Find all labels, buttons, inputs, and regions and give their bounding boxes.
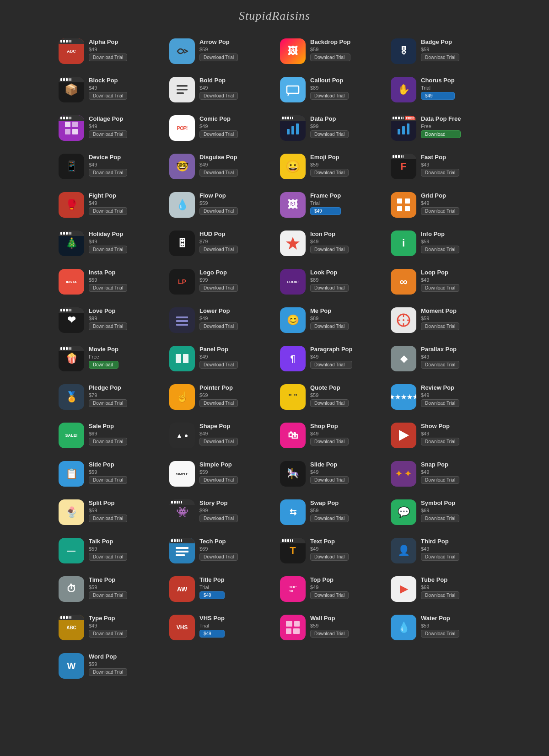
app-info-swap-pop: Swap Pop $59 Download Trial	[310, 499, 349, 522]
app-icon-show-pop	[391, 423, 416, 448]
download-trial-button[interactable]: Download Trial	[310, 591, 349, 599]
download-trial-button[interactable]: Download Trial	[310, 438, 349, 445]
download-trial-button[interactable]: Download Trial	[310, 322, 349, 330]
download-trial-button[interactable]: Download Trial	[89, 322, 127, 330]
download-trial-button[interactable]: Download Trial	[89, 476, 127, 484]
list-item: ✋ Chorus Pop Trial $49	[387, 72, 494, 107]
download-trial-button[interactable]: Download Trial	[89, 399, 127, 407]
list-item: 🖼 Frame Pop Trial $49	[276, 188, 383, 222]
download-trial-button[interactable]: Download Trial	[89, 207, 127, 215]
app-price: $59	[310, 162, 349, 167]
download-trial-button[interactable]: Download Trial	[89, 668, 127, 676]
app-icon-word-pop: W	[59, 653, 84, 679]
download-trial-button[interactable]: Download Trial	[310, 92, 349, 100]
download-trial-button[interactable]: Download Trial	[421, 54, 459, 61]
app-price: $49	[89, 623, 127, 628]
download-trial-button[interactable]: Download Trial	[421, 476, 459, 484]
svg-rect-8	[72, 129, 78, 134]
download-trial-button[interactable]: Download Trial	[310, 553, 349, 561]
download-trial-button[interactable]: Download Trial	[199, 54, 238, 61]
svg-rect-1	[177, 89, 188, 91]
app-price: $49	[89, 123, 127, 129]
download-trial-button[interactable]: Download Trial	[199, 438, 238, 445]
download-trial-button[interactable]: Download Trial	[199, 553, 238, 561]
app-info-icon-pop: Icon Pop $49 Download Trial	[310, 231, 349, 253]
download-trial-button[interactable]: Download Trial	[421, 591, 459, 599]
download-trial-button[interactable]: Download Trial	[199, 92, 238, 100]
download-trial-button[interactable]: Download Trial	[310, 284, 349, 292]
download-trial-button[interactable]: Download Trial	[89, 630, 127, 638]
app-info-callout-pop: Callout Pop $89 Download Trial	[310, 77, 349, 100]
app-icon-panel-pop	[169, 346, 195, 371]
download-trial-button[interactable]: Download Trial	[421, 515, 459, 522]
download-button[interactable]: Download	[421, 130, 461, 138]
buy-button[interactable]: $49	[421, 92, 455, 100]
download-button[interactable]: Download	[89, 361, 118, 369]
download-trial-button[interactable]: Download Trial	[310, 476, 349, 484]
app-info-talk-pop: Talk Pop $59 Download Trial	[89, 538, 127, 561]
download-trial-button[interactable]: Download Trial	[310, 54, 350, 61]
app-name: Flow Pop	[199, 192, 238, 199]
download-trial-button[interactable]: Download Trial	[310, 361, 352, 369]
app-price: $49	[421, 354, 459, 359]
download-trial-button[interactable]: Download Trial	[199, 399, 238, 407]
download-trial-button[interactable]: Download Trial	[421, 361, 459, 369]
app-icon-side-pop: 📋	[59, 461, 84, 487]
app-info-badge-pop: Badge Pop $59 Download Trial	[421, 38, 459, 61]
download-trial-button[interactable]: Download Trial	[199, 476, 238, 484]
app-name: Simple Pop	[199, 461, 238, 468]
download-trial-button[interactable]: Download Trial	[421, 630, 459, 638]
download-trial-button[interactable]: Download Trial	[199, 284, 238, 292]
download-trial-button[interactable]: Download Trial	[89, 515, 127, 522]
download-trial-button[interactable]: Download Trial	[310, 169, 349, 177]
download-trial-button[interactable]: Download Trial	[89, 54, 127, 61]
download-trial-button[interactable]: Download Trial	[310, 246, 349, 253]
download-trial-button[interactable]: Download Trial	[421, 438, 459, 445]
download-trial-button[interactable]: Download Trial	[310, 399, 349, 407]
download-trial-button[interactable]: Download Trial	[421, 322, 459, 330]
buy-button[interactable]: $49	[310, 207, 341, 215]
list-item: 🥊 Fight Pop $49 Download Trial	[55, 188, 162, 222]
list-item: 🖼 Backdrop Pop $59 Download Trial	[276, 34, 383, 69]
download-trial-button[interactable]: Download Trial	[199, 361, 238, 369]
download-trial-button[interactable]: Download Trial	[421, 207, 459, 215]
download-trial-button[interactable]: Download Trial	[310, 130, 349, 138]
svg-rect-37	[286, 628, 291, 634]
download-trial-button[interactable]: Download Trial	[421, 553, 459, 561]
download-trial-button[interactable]: Download Trial	[310, 630, 349, 638]
download-trial-button[interactable]: Download Trial	[421, 399, 459, 407]
download-trial-button[interactable]: Download Trial	[89, 284, 127, 292]
download-trial-button[interactable]: Download Trial	[89, 591, 127, 599]
download-trial-button[interactable]: Download Trial	[421, 169, 459, 177]
download-trial-button[interactable]: Download Trial	[421, 284, 459, 292]
download-trial-button[interactable]: Download Trial	[89, 553, 127, 561]
app-price: $59	[89, 584, 127, 590]
app-icon-talk-pop: —	[59, 538, 84, 563]
app-icon-wall-pop	[280, 615, 306, 640]
download-trial-button[interactable]: Download Trial	[310, 515, 349, 522]
download-trial-button[interactable]: Download Trial	[199, 169, 238, 177]
download-trial-button[interactable]: Download Trial	[421, 246, 459, 253]
app-price: $59	[89, 661, 127, 667]
download-trial-button[interactable]: Download Trial	[199, 246, 238, 253]
download-trial-button[interactable]: Download Trial	[199, 322, 238, 330]
app-info-word-pop: Word Pop $59 Download Trial	[89, 653, 127, 676]
download-trial-button[interactable]: Download Trial	[89, 438, 127, 445]
app-price: $69	[199, 546, 238, 552]
download-trial-button[interactable]: Download Trial	[89, 246, 127, 253]
download-trial-button[interactable]: Download Trial	[89, 130, 127, 138]
app-info-frame-pop: Frame Pop Trial $49	[310, 192, 341, 215]
download-trial-button[interactable]: Download Trial	[199, 207, 238, 215]
download-trial-button[interactable]: Download Trial	[199, 130, 238, 138]
download-trial-button[interactable]: Download Trial	[89, 169, 127, 177]
app-info-lower-pop: Lower Pop $49 Download Trial	[199, 307, 238, 330]
download-trial-button[interactable]: Download Trial	[199, 515, 238, 522]
app-price: $49	[310, 584, 349, 590]
app-price: $59	[89, 469, 127, 475]
buy-button[interactable]: $49	[199, 591, 225, 599]
app-price: $49	[89, 200, 127, 206]
download-trial-button[interactable]: Download Trial	[89, 92, 127, 100]
app-name: Lower Pop	[199, 307, 238, 314]
app-info-comic-pop: Comic Pop $49 Download Trial	[199, 115, 238, 138]
buy-button[interactable]: $49	[199, 630, 225, 638]
